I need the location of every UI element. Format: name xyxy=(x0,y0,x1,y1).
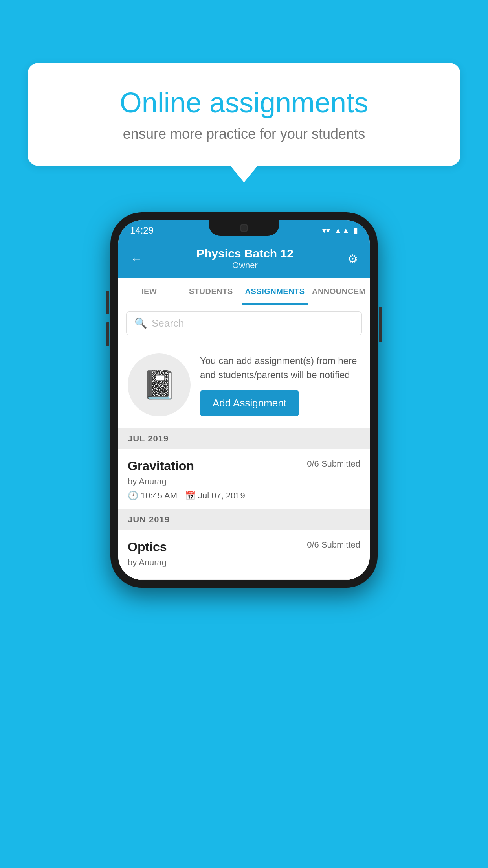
speech-bubble-container: Online assignments ensure more practice … xyxy=(28,63,460,166)
add-assignment-right: You can add assignment(s) from here and … xyxy=(200,354,360,416)
assignment-time-value: 10:45 AM xyxy=(141,491,177,501)
assignment-item-optics[interactable]: Optics 0/6 Submitted by Anurag xyxy=(118,530,370,580)
header-title: Physics Batch 12 xyxy=(196,247,294,260)
assignment-by-gravitation: by Anurag xyxy=(128,476,360,487)
search-container: 🔍 Search xyxy=(118,305,370,342)
volume-down-button[interactable] xyxy=(106,322,109,346)
add-assignment-section: 📓 You can add assignment(s) from here an… xyxy=(118,342,370,428)
phone-outer: 14:29 ▾▾ ▲▲ ▮ ← Physics Batch 12 Owner ⚙… xyxy=(110,212,378,588)
clock-icon: 🕐 xyxy=(128,491,138,501)
search-placeholder: Search xyxy=(152,317,184,329)
speech-bubble-title: Online assignments xyxy=(55,86,433,119)
battery-icon: ▮ xyxy=(354,226,358,235)
status-time: 14:29 xyxy=(130,225,154,236)
speech-bubble-subtitle: ensure more practice for your students xyxy=(55,126,433,142)
header-subtitle: Owner xyxy=(196,260,294,270)
assignment-icon-circle: 📓 xyxy=(128,353,191,416)
search-input-wrapper[interactable]: 🔍 Search xyxy=(126,311,362,335)
search-icon: 🔍 xyxy=(134,317,147,329)
speech-bubble: Online assignments ensure more practice … xyxy=(28,63,460,166)
app-header: ← Physics Batch 12 Owner ⚙ xyxy=(118,241,370,278)
assignment-date: 📅 Jul 07, 2019 xyxy=(185,491,245,501)
assignment-submitted-optics: 0/6 Submitted xyxy=(307,540,360,550)
tab-iew[interactable]: IEW xyxy=(118,278,180,305)
volume-up-button[interactable] xyxy=(106,291,109,314)
section-label-jul: JUL 2019 xyxy=(128,434,169,443)
assignment-by-optics: by Anurag xyxy=(128,557,360,568)
back-button[interactable]: ← xyxy=(130,252,143,266)
add-assignment-description: You can add assignment(s) from here and … xyxy=(200,354,360,382)
status-icons: ▾▾ ▲▲ ▮ xyxy=(322,226,358,235)
tab-announcements[interactable]: ANNOUNCEM xyxy=(308,278,370,305)
assignment-time: 🕐 10:45 AM xyxy=(128,491,177,501)
assignment-item-header-optics: Optics 0/6 Submitted xyxy=(128,540,360,554)
tabs-bar: IEW STUDENTS ASSIGNMENTS ANNOUNCEM xyxy=(118,278,370,305)
tab-students[interactable]: STUDENTS xyxy=(180,278,242,305)
assignment-meta-gravitation: 🕐 10:45 AM 📅 Jul 07, 2019 xyxy=(128,491,360,501)
signal-icon: ▲▲ xyxy=(334,226,350,235)
tab-assignments[interactable]: ASSIGNMENTS xyxy=(242,278,308,305)
section-header-jun: JUN 2019 xyxy=(118,509,370,530)
assignment-item-gravitation[interactable]: Gravitation 0/6 Submitted by Anurag 🕐 10… xyxy=(118,449,370,509)
assignment-item-header: Gravitation 0/6 Submitted xyxy=(128,459,360,473)
settings-button[interactable]: ⚙ xyxy=(347,252,358,266)
notebook-icon: 📓 xyxy=(142,369,176,401)
assignment-title-optics: Optics xyxy=(128,540,167,554)
assignment-submitted-gravitation: 0/6 Submitted xyxy=(307,459,360,469)
phone-screen: 14:29 ▾▾ ▲▲ ▮ ← Physics Batch 12 Owner ⚙… xyxy=(118,220,370,580)
section-header-jul: JUL 2019 xyxy=(118,428,370,449)
power-button[interactable] xyxy=(379,307,382,342)
header-title-area: Physics Batch 12 Owner xyxy=(196,247,294,270)
front-camera xyxy=(240,224,248,232)
assignment-title-gravitation: Gravitation xyxy=(128,459,194,473)
assignment-date-value: Jul 07, 2019 xyxy=(198,491,245,501)
section-label-jun: JUN 2019 xyxy=(128,515,170,524)
phone-wrapper: 14:29 ▾▾ ▲▲ ▮ ← Physics Batch 12 Owner ⚙… xyxy=(110,212,378,588)
wifi-icon: ▾▾ xyxy=(322,226,330,235)
add-assignment-button[interactable]: Add Assignment xyxy=(200,390,299,416)
phone-notch xyxy=(209,220,279,236)
calendar-icon: 📅 xyxy=(185,491,196,501)
